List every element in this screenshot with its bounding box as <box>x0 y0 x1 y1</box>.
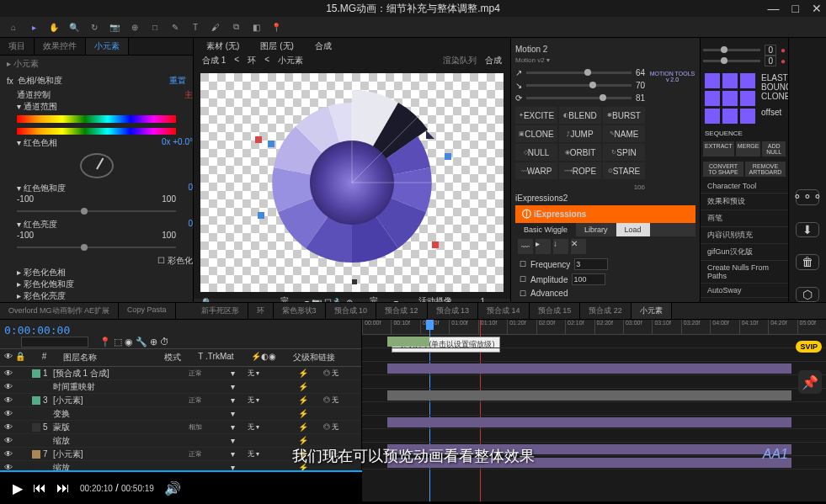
fx-reset[interactable]: 重置 <box>169 75 186 87</box>
anchor-tool[interactable]: ⊕ <box>128 20 141 34</box>
autosway[interactable]: AutoSway <box>701 284 788 298</box>
tab-project[interactable]: 项目 <box>0 38 35 55</box>
close-icon[interactable]: ✕ <box>812 2 822 15</box>
camera-tool[interactable]: 📷 <box>108 20 121 34</box>
svg-rect-6 <box>258 212 264 219</box>
tab-layer[interactable]: 图层 (无) <box>256 38 297 55</box>
layer-row[interactable]: 👁变换▾⚡ <box>0 407 361 421</box>
minimize-icon[interactable]: — <box>768 2 780 15</box>
selection-tool[interactable]: ▸ <box>27 20 40 34</box>
saturation-slider[interactable] <box>17 210 176 212</box>
svg-rect-5 <box>268 141 274 147</box>
svg-marker-10 <box>426 130 434 139</box>
fx-name[interactable]: 色相/饱和度 <box>18 75 62 87</box>
gifgun[interactable]: gifGun汉化版 <box>701 244 788 261</box>
svg-rect-7 <box>432 241 439 248</box>
extract-btn[interactable]: EXTRACT <box>703 141 734 157</box>
svg-rect-4 <box>255 136 262 143</box>
char-tool[interactable]: Character Tool <box>701 179 788 194</box>
tab-library[interactable]: Library <box>576 223 616 236</box>
lightness-slider[interactable] <box>17 247 176 248</box>
text-tool[interactable]: T <box>189 20 202 34</box>
create-nulls[interactable]: Create Nulls From Paths <box>701 261 788 284</box>
duration: 00:50:19 <box>121 484 154 493</box>
wiggle-icon[interactable]: 〰 <box>518 239 533 254</box>
amplitude-input[interactable] <box>572 273 605 285</box>
window-title: 15.MG动画：细节补充与整体调整.mp4 <box>326 2 500 16</box>
next-button[interactable]: ⏭ <box>56 480 70 496</box>
video-subtitle: 我们现在可以预览动画看看整体效果 <box>292 446 535 466</box>
share-icon[interactable]: ⚬⚬⚬ <box>796 189 819 205</box>
addnull-btn[interactable]: ADD NULL <box>762 141 786 157</box>
tab-comp[interactable]: 合成 <box>311 38 336 55</box>
hue-spectrum-2[interactable] <box>17 128 176 135</box>
rope-tool[interactable]: ⟿ ROPE <box>559 162 601 179</box>
clone-tool[interactable]: ▣ CLONE <box>515 125 557 142</box>
null-tool[interactable]: ◇ NULL <box>515 144 557 161</box>
brush-tool[interactable]: 🖌 <box>209 20 222 34</box>
watermark: AA1 <box>763 447 788 462</box>
iexp-brand: ⓘ iExpressions <box>515 205 695 223</box>
effects-presets[interactable]: 效果和预设 <box>701 194 788 210</box>
tab-footage[interactable]: 素材 (无) <box>202 38 243 55</box>
hue-knob[interactable] <box>80 153 114 178</box>
layer-row[interactable]: 👁5蒙版相加▾无 ▾⚡◎ 无 <box>0 421 361 434</box>
frequency-input[interactable] <box>574 258 608 270</box>
anchor-tl[interactable] <box>705 73 720 88</box>
remove-btn[interactable]: REMOVE ARTBOARD <box>745 162 786 177</box>
play-button[interactable]: ▶ <box>13 480 23 496</box>
basic-wiggle[interactable]: Basic Wiggle <box>515 223 576 236</box>
content-aware[interactable]: 内容识别填充 <box>701 227 788 244</box>
stare-tool[interactable]: ⊙ STARE <box>603 162 645 179</box>
prev-button[interactable]: ⏮ <box>33 480 46 496</box>
brushes[interactable]: 画笔 <box>701 210 788 227</box>
jump-tool[interactable]: ⤴ JUMP <box>559 125 601 142</box>
svg-rect-9 <box>352 279 357 284</box>
tab-load[interactable]: Load <box>616 223 650 236</box>
search-input[interactable] <box>21 337 88 347</box>
titlebar: 15.MG动画：细节补充与整体调整.mp4 — □ ✕ <box>0 0 826 17</box>
composition-viewer[interactable] <box>200 73 504 292</box>
hue-spectrum[interactable] <box>17 115 176 123</box>
layer-row[interactable]: 👁时间重映射▾⚡ <box>0 380 361 394</box>
tab-effects[interactable]: 效果控件 <box>35 38 86 55</box>
convert-btn[interactable]: CONVERT TO SHAPE <box>703 162 743 177</box>
viewer-tabs: 素材 (无) 图层 (无) 合成 <box>194 38 510 55</box>
iexp-title: iExpressions2 <box>515 191 695 205</box>
home-icon[interactable]: ⌂ <box>7 20 20 34</box>
name-tool[interactable]: ✎ NAME <box>603 125 645 142</box>
effects-panel: 项目 效果控件 小元素 ▸ 小元素 fx 色相/饱和度 重置 通道控制主 ▾ 通… <box>0 38 194 302</box>
current-time: 00:20:10 <box>80 484 113 493</box>
zoom-tool[interactable]: 🔍 <box>67 20 81 34</box>
motion-title: Motion 2 <box>515 42 695 56</box>
blend-tool[interactable]: ◐ BLEND <box>559 107 601 124</box>
main-toolbar: ⌂ ▸ ✋ 🔍 ↻ 📷 ⊕ □ ✎ T 🖌 ⧉ ◧ 📍 <box>0 17 826 38</box>
pen-tool[interactable]: ✎ <box>168 20 182 34</box>
merge-btn[interactable]: MERGE <box>736 141 761 157</box>
layer-row[interactable]: 👁3[小元素]正常▾无 ▾⚡◎ 无 <box>0 394 361 407</box>
download-icon[interactable]: ⬇ <box>796 222 819 238</box>
excite-tool[interactable]: ✦ EXCITE <box>515 107 557 124</box>
maximize-icon[interactable]: □ <box>792 2 799 15</box>
pin-tool[interactable]: 📍 <box>269 20 283 34</box>
svg-rect-8 <box>445 153 451 160</box>
burst-tool[interactable]: ✱ BURST <box>603 107 645 124</box>
tab-element[interactable]: 小元素 <box>86 38 129 55</box>
settings-icon[interactable]: ⬡ <box>796 287 819 303</box>
stamp-tool[interactable]: ⧉ <box>229 20 242 34</box>
rotate-tool[interactable]: ↻ <box>88 20 101 34</box>
warp-tool[interactable]: 〰 WARP <box>515 162 557 179</box>
spin-tool[interactable]: ↻ SPIN <box>603 144 645 161</box>
timecode[interactable]: 0:00:00:00 <box>4 324 357 337</box>
volume-icon[interactable]: 🔊 <box>164 480 181 496</box>
mg-animation-graphic <box>242 73 461 292</box>
hand-tool[interactable]: ✋ <box>47 20 61 34</box>
shape-tool[interactable]: □ <box>148 20 162 34</box>
layer-row[interactable]: 👁1[预合成 1 合成]正常▾无 ▾⚡◎ 无 <box>0 367 361 380</box>
delete-icon[interactable]: 🗑 <box>796 254 819 270</box>
pin-icon[interactable]: 📌 <box>798 370 822 394</box>
right-panel: Motion 2 Motion v2 ▾ ↗64 ↘70 ⟳81 ✦ EXCIT… <box>510 38 700 302</box>
svip-badge: SVIP <box>796 341 822 353</box>
eraser-tool[interactable]: ◧ <box>249 20 263 34</box>
orbit-tool[interactable]: ◉ ORBIT <box>559 144 601 161</box>
